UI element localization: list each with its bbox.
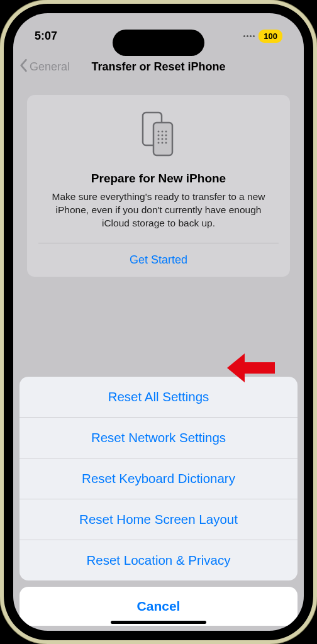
action-sheet: Reset All Settings Reset Network Setting…: [13, 13, 304, 631]
cancel-button[interactable]: Cancel: [19, 587, 298, 626]
reset-location-privacy[interactable]: Reset Location & Privacy: [19, 540, 298, 580]
volume-down-button: [0, 182, 1, 225]
dynamic-island: [113, 30, 204, 56]
reset-keyboard-dictionary[interactable]: Reset Keyboard Dictionary: [19, 458, 298, 499]
volume-up-button: [0, 126, 1, 169]
annotation-arrow-icon: [227, 353, 275, 385]
reset-home-screen-layout[interactable]: Reset Home Screen Layout: [19, 499, 298, 540]
sheet-options: Reset All Settings Reset Network Setting…: [19, 377, 298, 580]
reset-network-settings[interactable]: Reset Network Settings: [19, 418, 298, 458]
phone-frame: 5:07 100 General Transfer or Reset iPhon…: [0, 0, 317, 644]
silent-switch: [0, 85, 1, 106]
home-indicator[interactable]: [111, 621, 206, 624]
